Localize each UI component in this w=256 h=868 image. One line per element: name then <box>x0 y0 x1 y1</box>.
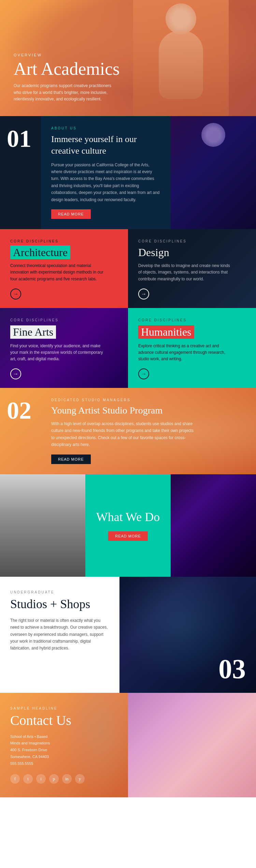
studio-title: Young Artist Studio Program <box>51 405 246 416</box>
whatwedo-right-image <box>171 474 256 577</box>
design-title-wrap: Design <box>138 247 169 258</box>
contact-left-panel: SAMPLE HEADLINE Contact Us School of Art… <box>0 693 128 797</box>
about-title: Immerse yourself in our creative culture <box>51 134 160 157</box>
architecture-card: CORE DISCIPLINES Architecture Connect th… <box>0 229 128 308</box>
finearts-arrow-link[interactable]: → <box>10 368 21 379</box>
about-image-bg <box>171 116 256 229</box>
humanities-card: CORE DISCIPLINES Humanities Explore crit… <box>128 308 256 388</box>
design-card: CORE DISCIPLINES Design Develop the skil… <box>128 229 256 308</box>
hero-title: Art Academics <box>14 59 119 79</box>
humanities-title: Humanities <box>138 325 194 339</box>
linkedin-icon[interactable]: in <box>62 774 72 784</box>
studio-description: With a high level of overlap across disc… <box>51 420 195 448</box>
about-number: 01 <box>7 126 31 151</box>
humanities-overline: CORE DISCIPLINES <box>138 318 246 322</box>
whatwedo-section: What We Do read more <box>0 474 256 577</box>
facebook-icon[interactable]: f <box>10 774 20 784</box>
contact-title: Contact Us <box>10 713 118 728</box>
studio-content: DEDICATED STUDIO MANAGERS Young Artist S… <box>41 388 256 474</box>
architecture-description: Connect theoretical speculation and mate… <box>10 263 106 282</box>
architecture-title-wrap: Architecture <box>10 247 70 258</box>
whatwedo-left-image <box>0 474 85 577</box>
design-description: Develop the skills to imagine and create… <box>138 263 234 282</box>
hero-content: OVERVIEW Art Academics Our academic prog… <box>14 53 119 102</box>
design-arrow-link[interactable]: → <box>138 289 149 299</box>
whatwedo-right-image-bg <box>171 474 256 577</box>
studios-shops-section: UNDERGRADUATE Studios + Shops The right … <box>0 577 256 693</box>
whatwedo-title: What We Do <box>96 510 160 524</box>
studios-content: UNDERGRADUATE Studios + Shops The right … <box>0 577 119 693</box>
finearts-card: CORE DISCIPLINES Fine Arts Find your voi… <box>0 308 128 388</box>
contact-right-image-bg <box>128 693 256 797</box>
hero-description: Our academic programs support creative p… <box>14 83 116 102</box>
humanities-description: Explore critical thinking as a creative … <box>138 343 234 363</box>
design-card-content: CORE DISCIPLINES Design Develop the skil… <box>138 239 246 299</box>
about-section: 01 ABOUT US Immerse yourself in our crea… <box>0 116 256 229</box>
whatwedo-center-panel: What We Do read more <box>85 474 171 577</box>
humanities-title-wrap: Humanities <box>138 325 194 339</box>
social-icons-row: f t i p in y <box>10 774 118 784</box>
architecture-arrow-link[interactable]: → <box>10 289 21 299</box>
studios-title: Studios + Shops <box>10 597 109 612</box>
studios-overline: UNDERGRADUATE <box>10 590 109 594</box>
contact-overline: SAMPLE HEADLINE <box>10 706 118 710</box>
about-content: ABOUT US Immerse yourself in our creativ… <box>41 116 171 229</box>
disciplines-section: CORE DISCIPLINES Architecture Connect th… <box>0 229 256 388</box>
hero-section: OVERVIEW Art Academics Our academic prog… <box>0 0 256 116</box>
finearts-overline: CORE DISCIPLINES <box>10 318 118 322</box>
contact-info-line1: School of Arts • Based <box>10 733 118 740</box>
whatwedo-left-image-bg <box>0 474 85 577</box>
hero-figure <box>133 0 229 116</box>
about-overline: ABOUT US <box>51 126 160 130</box>
design-overline: CORE DISCIPLINES <box>138 239 246 243</box>
about-number-col: 01 <box>0 116 41 229</box>
contact-content: SAMPLE HEADLINE Contact Us School of Art… <box>10 706 118 784</box>
about-description: Pursue your passions at California Colle… <box>51 162 160 203</box>
contact-info-line2: Minds and Imaginations <box>10 740 118 747</box>
studio-section: 02 DEDICATED STUDIO MANAGERS Young Artis… <box>0 388 256 474</box>
pinterest-icon[interactable]: p <box>49 774 59 784</box>
finearts-title-wrap: Fine Arts <box>10 325 56 339</box>
studios-number: 03 <box>218 655 246 683</box>
contact-info-line4: Somewhere, CA 94403 <box>10 754 118 760</box>
contact-right-image <box>128 693 256 797</box>
twitter-icon[interactable]: t <box>23 774 33 784</box>
studios-image: 03 <box>119 577 256 693</box>
studio-overline: DEDICATED STUDIO MANAGERS <box>51 398 246 402</box>
instagram-icon[interactable]: i <box>36 774 46 784</box>
finearts-description: Find your voice, identify your audience,… <box>10 343 106 363</box>
finearts-card-content: CORE DISCIPLINES Fine Arts Find your voi… <box>10 318 118 380</box>
finearts-title: Fine Arts <box>10 325 56 339</box>
architecture-title: Architecture <box>10 246 70 259</box>
about-image <box>171 116 256 229</box>
contact-section: SAMPLE HEADLINE Contact Us School of Art… <box>0 693 256 797</box>
studio-read-more-button[interactable]: read more <box>51 454 91 464</box>
contact-info-line5: 555.555.5555 <box>10 760 118 767</box>
design-title: Design <box>138 246 169 258</box>
about-read-more-button[interactable]: read more <box>51 209 91 219</box>
studio-number-col: 02 <box>0 388 41 474</box>
humanities-arrow-link[interactable]: → <box>138 368 149 379</box>
contact-info: School of Arts • Based Minds and Imagina… <box>10 733 118 767</box>
architecture-overline: CORE DISCIPLINES <box>10 239 118 243</box>
hero-overline: OVERVIEW <box>14 53 119 57</box>
contact-info-line3: 400 S. Freeborn Drive <box>10 747 118 754</box>
youtube-icon[interactable]: y <box>75 774 85 784</box>
whatwedo-read-more-button[interactable]: read more <box>108 531 148 541</box>
studios-description: The right tool or material is often exac… <box>10 617 109 652</box>
studio-number: 02 <box>7 398 31 423</box>
